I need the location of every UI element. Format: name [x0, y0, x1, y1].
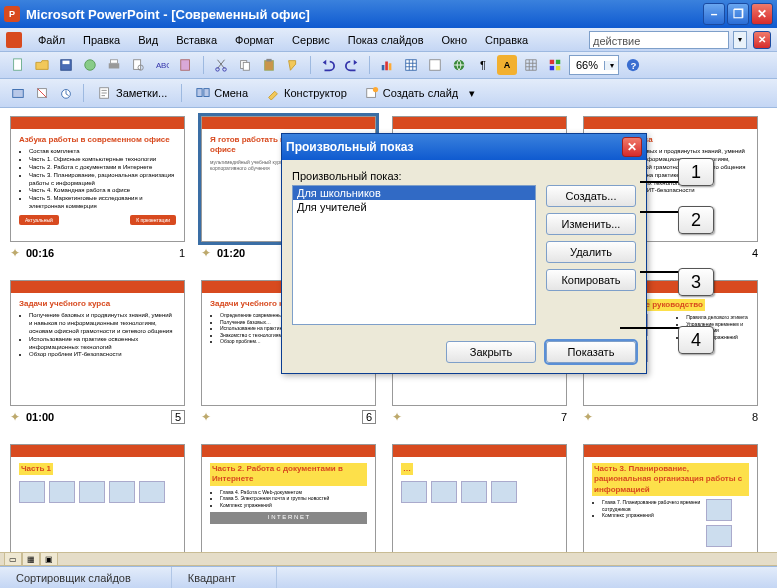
dialog-close-button[interactable]: ✕: [622, 137, 642, 157]
slide-number: 4: [752, 247, 758, 259]
new-slide-button[interactable]: Создать слайд: [358, 82, 465, 104]
edit-button[interactable]: Изменить...: [546, 213, 636, 235]
slide-thumbnail-12[interactable]: Часть 3. Планирование, рациональная орга…: [583, 444, 758, 566]
table-icon[interactable]: [401, 55, 421, 75]
slide-thumbnail-11[interactable]: …: [392, 444, 567, 566]
expand-icon[interactable]: ¶: [473, 55, 493, 75]
slide-thumbnail-9[interactable]: Часть 1: [10, 444, 185, 566]
maximize-button[interactable]: ❐: [727, 3, 749, 25]
design-button[interactable]: Конструктор: [259, 82, 354, 104]
new-slide-icon: [365, 86, 379, 100]
delete-button[interactable]: Удалить: [546, 241, 636, 263]
slide-number: 5: [171, 410, 185, 424]
redo-icon[interactable]: [342, 55, 362, 75]
dialog-title: Произвольный показ: [286, 140, 413, 154]
gridlines-icon[interactable]: [521, 55, 541, 75]
animation-icon: ✦: [392, 410, 402, 424]
slide-time: 00:16: [26, 247, 54, 259]
custom-shows-listbox[interactable]: Для школьников Для учителей: [292, 185, 536, 325]
toolbar-options-chevron[interactable]: ▾: [469, 87, 475, 100]
timing-icon[interactable]: [56, 83, 76, 103]
svg-rect-22: [550, 60, 554, 64]
svg-text:ABC: ABC: [156, 61, 169, 70]
new-icon[interactable]: [8, 55, 28, 75]
menu-format[interactable]: Формат: [227, 32, 282, 48]
animation-icon: ✦: [583, 410, 593, 424]
menu-edit[interactable]: Правка: [75, 32, 128, 48]
animation-icon: ✦: [10, 246, 20, 260]
research-icon[interactable]: [176, 55, 196, 75]
rehearse-icon[interactable]: [8, 83, 28, 103]
chevron-down-icon[interactable]: ▾: [604, 61, 618, 70]
zoom-combo[interactable]: 66%▾: [569, 55, 619, 75]
menu-bar: Файл Правка Вид Вставка Формат Сервис По…: [0, 28, 777, 52]
slide-thumbnail-1[interactable]: Азбука работы в современном офисе Состав…: [10, 116, 185, 242]
transition-button[interactable]: Смена: [189, 82, 255, 104]
svg-rect-9: [181, 60, 190, 71]
open-icon[interactable]: [32, 55, 52, 75]
color-icon[interactable]: [545, 55, 565, 75]
sorter-view-button[interactable]: ▦: [22, 552, 40, 566]
hyperlink-icon[interactable]: [449, 55, 469, 75]
slideshow-view-button[interactable]: ▣: [40, 552, 58, 566]
close-dialog-button[interactable]: Закрыть: [446, 341, 536, 363]
help-icon[interactable]: ?: [623, 55, 643, 75]
slideshow-toolbar: Заметки... Смена Конструктор Создать сла…: [0, 79, 777, 108]
menu-tools[interactable]: Сервис: [284, 32, 338, 48]
svg-rect-15: [266, 59, 271, 62]
slide-thumbnail-5[interactable]: Задачи учебного курса Получение базовых …: [10, 280, 185, 406]
svg-rect-0: [14, 59, 22, 70]
help-search-box[interactable]: действие: [589, 31, 729, 49]
create-button[interactable]: Создать...: [546, 185, 636, 207]
cut-icon[interactable]: [211, 55, 231, 75]
menu-view[interactable]: Вид: [130, 32, 166, 48]
callout-4: 4: [678, 326, 714, 354]
grid-icon[interactable]: A: [497, 55, 517, 75]
notes-icon: [98, 86, 112, 100]
menu-help[interactable]: Справка: [477, 32, 536, 48]
svg-rect-20: [430, 60, 441, 71]
print-icon[interactable]: [104, 55, 124, 75]
help-search-dropdown[interactable]: ▾: [733, 31, 747, 49]
document-close-button[interactable]: ✕: [753, 31, 771, 49]
svg-rect-18: [389, 63, 392, 70]
svg-rect-23: [556, 60, 560, 64]
tableinsert-icon[interactable]: [425, 55, 445, 75]
normal-view-button[interactable]: ▭: [4, 552, 22, 566]
show-button[interactable]: Показать: [546, 341, 636, 363]
menu-insert[interactable]: Вставка: [168, 32, 225, 48]
slide-thumbnail-10[interactable]: Часть 2. Работа с документами в Интернет…: [201, 444, 376, 566]
svg-rect-24: [550, 66, 554, 70]
list-item[interactable]: Для школьников: [293, 186, 535, 200]
copy-icon[interactable]: [235, 55, 255, 75]
undo-icon[interactable]: [318, 55, 338, 75]
paste-icon[interactable]: [259, 55, 279, 75]
notes-button[interactable]: Заметки...: [91, 82, 174, 104]
format-painter-icon[interactable]: [283, 55, 303, 75]
svg-rect-2: [63, 61, 70, 65]
standard-toolbar: ABC ¶ A 66%▾ ?: [0, 52, 777, 79]
control-menu-icon[interactable]: [6, 32, 22, 48]
svg-rect-32: [197, 89, 202, 97]
spellcheck-icon[interactable]: ABC: [152, 55, 172, 75]
save-icon[interactable]: [56, 55, 76, 75]
slide-number: 7: [561, 411, 567, 423]
permission-icon[interactable]: [80, 55, 100, 75]
list-item[interactable]: Для учителей: [293, 200, 535, 214]
menu-window[interactable]: Окно: [434, 32, 476, 48]
hide-slide-icon[interactable]: [32, 83, 52, 103]
slide-time: 01:00: [26, 411, 54, 423]
svg-rect-28: [13, 90, 24, 98]
menu-slideshow[interactable]: Показ слайдов: [340, 32, 432, 48]
copy-button[interactable]: Копировать: [546, 269, 636, 291]
transition-icon: [196, 86, 210, 100]
close-button[interactable]: ✕: [751, 3, 773, 25]
svg-rect-14: [265, 61, 274, 71]
minimize-button[interactable]: –: [703, 3, 725, 25]
preview-icon[interactable]: [128, 55, 148, 75]
animation-icon: ✦: [10, 410, 20, 424]
chart-icon[interactable]: [377, 55, 397, 75]
svg-rect-13: [243, 62, 249, 70]
slide-number: 1: [179, 247, 185, 259]
menu-file[interactable]: Файл: [30, 32, 73, 48]
